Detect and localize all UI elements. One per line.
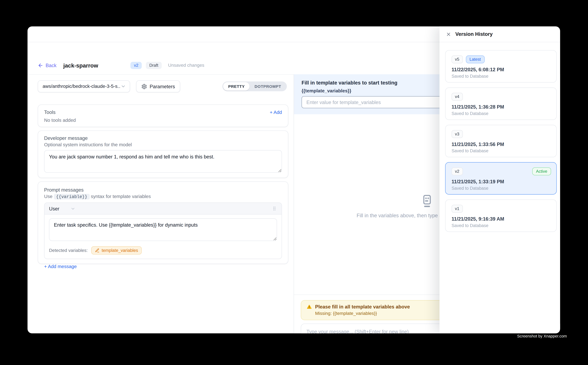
version-card-v5[interactable]: v5 Latest 11/22/2025, 6:08:12 PM Saved t…	[445, 50, 557, 83]
version-number-badge: v1	[452, 205, 463, 213]
version-status: Saved to Database	[452, 186, 550, 190]
screenshot-stage: Back jack-sparrow v2 Draft Unsaved chang…	[0, 0, 588, 365]
pencil-icon	[95, 248, 99, 253]
view-mode-toggle: PRETTY DOTPROMPT	[222, 81, 287, 91]
prompt-messages-card: Prompt messages Use {{variable}} syntax …	[38, 182, 288, 264]
toggle-dotprompt[interactable]: DOTPROMPT	[250, 82, 286, 91]
arrow-left-icon	[38, 63, 43, 68]
watermark-text: Screenshot by Xnapper.com	[517, 334, 567, 338]
latest-badge: Latest	[466, 56, 484, 63]
add-message-button[interactable]: + Add message	[44, 264, 282, 269]
version-history-drawer: Version History v5 Latest 11/22/2025, 6:…	[440, 26, 560, 333]
app-window: Back jack-sparrow v2 Draft Unsaved chang…	[28, 26, 560, 333]
version-date: 11/21/2025, 1:33:56 PM	[452, 141, 550, 147]
page-title: jack-sparrow	[63, 62, 98, 69]
version-history-header: Version History	[440, 26, 560, 42]
model-select-value: aws/anthropic/bedrock-claude-3-5-s...	[43, 84, 121, 89]
draft-status-badge: Draft	[146, 62, 162, 69]
add-tool-button[interactable]: + Add	[270, 110, 282, 115]
version-status: Saved to Database	[452, 111, 550, 116]
version-status: Saved to Database	[452, 148, 550, 153]
developer-message-title: Developer message	[44, 135, 282, 141]
developer-message-subtitle: Optional system instructions for the mod…	[44, 142, 282, 147]
version-card-v3[interactable]: v3 11/21/2025, 1:33:56 PM Saved to Datab…	[445, 125, 557, 157]
tools-card: Tools + Add No tools added	[38, 105, 288, 127]
message-role-bar: User	[44, 203, 282, 214]
version-status: Saved to Database	[452, 223, 550, 228]
tools-title: Tools	[44, 109, 55, 115]
warning-triangle-icon	[306, 304, 312, 309]
version-date: 11/21/2025, 1:36:28 PM	[452, 104, 550, 110]
chevron-down-icon	[121, 84, 126, 89]
role-select[interactable]: User	[49, 206, 59, 211]
version-number-badge: v2	[452, 167, 463, 175]
back-label: Back	[46, 63, 56, 68]
version-history-title: Version History	[455, 31, 493, 37]
detected-variable-name: template_variables	[102, 248, 138, 253]
page-header: Back jack-sparrow v2 Draft Unsaved chang…	[38, 61, 204, 69]
drag-handle-icon[interactable]	[272, 206, 277, 211]
version-badge: v2	[131, 62, 142, 69]
detected-variables-label: Detected variables:	[49, 248, 88, 253]
warning-title: Please fill in all template variables ab…	[315, 304, 410, 309]
active-badge: Active	[532, 167, 551, 175]
syntax-hint-suffix: syntax for template variables	[91, 194, 151, 199]
developer-message-card: Developer message Optional system instru…	[38, 131, 288, 178]
version-date: 11/22/2025, 6:08:12 PM	[452, 67, 550, 72]
toggle-pretty[interactable]: PRETTY	[223, 82, 250, 91]
version-date: 11/21/2025, 1:33:19 PM	[452, 179, 550, 184]
unsaved-changes-text: Unsaved changes	[168, 63, 204, 68]
tools-empty-text: No tools added	[44, 118, 282, 123]
parameters-button[interactable]: Parameters	[136, 80, 180, 92]
version-number-badge: v3	[452, 130, 463, 138]
variable-syntax-chip: {{variable}}	[54, 194, 90, 199]
version-card-v1[interactable]: v1 11/21/2025, 9:16:39 AM Saved to Datab…	[445, 199, 557, 232]
gear-icon	[141, 84, 147, 89]
version-list: v5 Latest 11/22/2025, 6:08:12 PM Saved t…	[445, 50, 557, 237]
prompt-message-block: User Enter task specifics. Use {{templat…	[44, 203, 282, 259]
version-date: 11/21/2025, 9:16:39 AM	[452, 216, 550, 222]
close-icon[interactable]	[446, 32, 451, 37]
model-toolbar: aws/anthropic/bedrock-claude-3-5-s... Pa…	[38, 80, 288, 92]
editor-panel: aws/anthropic/bedrock-claude-3-5-s... Pa…	[38, 80, 288, 92]
developer-message-input[interactable]: You are jack sparrow number 1, respond a…	[44, 150, 282, 173]
version-card-v4[interactable]: v4 11/21/2025, 1:36:28 PM Saved to Datab…	[445, 87, 557, 120]
version-status: Saved to Database	[452, 74, 550, 78]
parameters-label: Parameters	[150, 84, 175, 89]
model-select[interactable]: aws/anthropic/bedrock-claude-3-5-s...	[38, 80, 130, 92]
version-card-v2-active[interactable]: v2 Active 11/21/2025, 1:33:19 PM Saved t…	[445, 162, 557, 195]
syntax-hint: Use {{variable}} syntax for template var…	[44, 194, 282, 199]
back-button[interactable]: Back	[38, 63, 56, 68]
prompt-messages-title: Prompt messages	[44, 187, 282, 193]
bot-icon	[420, 193, 434, 209]
syntax-hint-prefix: Use	[44, 194, 53, 199]
prompt-message-input[interactable]: Enter task specifics. Use {{template_var…	[49, 218, 277, 241]
detected-variable-badge[interactable]: template_variables	[91, 246, 142, 255]
version-number-badge: v4	[452, 93, 463, 101]
chevron-down-icon[interactable]	[71, 206, 76, 211]
version-number-badge: v5	[452, 56, 463, 63]
